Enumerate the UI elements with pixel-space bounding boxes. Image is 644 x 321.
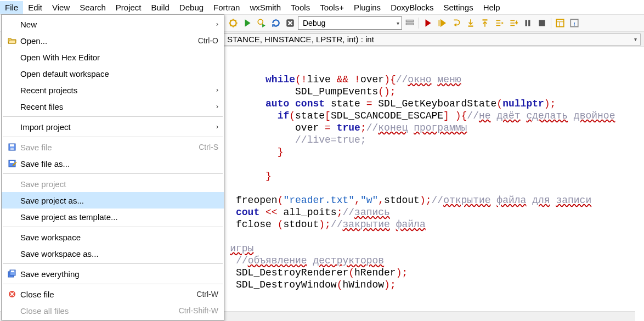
svg-rect-3 (406, 20, 414, 21)
menu-wxsmith[interactable]: wxSmith (245, 1, 286, 14)
stop-debug-icon[interactable] (535, 16, 549, 30)
menu-item-label: Close all files (20, 306, 173, 316)
menu-tools[interactable]: Tools (286, 1, 315, 14)
menu-item-label: Open With Hex Editor (20, 53, 218, 62)
code-line: cout << all_poits;//запись (206, 206, 644, 218)
svg-rect-10 (556, 19, 564, 27)
menubar: FileEditViewSearchProjectBuildDebugFortr… (0, 0, 644, 14)
submenu-arrow-icon: › (211, 123, 218, 131)
build-run-icon[interactable] (255, 16, 268, 30)
menu-item-accelerator: Ctrl-O (193, 36, 218, 45)
svg-point-1 (258, 19, 263, 24)
file-menu-close-all-files: Close all filesCtrl-Shift-W (2, 302, 224, 319)
step-into-instr-icon[interactable] (507, 16, 520, 30)
svg-rect-4 (406, 23, 414, 25)
menu-settings[interactable]: Settings (438, 1, 478, 14)
chevron-down-icon: ▾ (397, 20, 399, 26)
svg-rect-17 (10, 161, 14, 163)
svg-rect-5 (468, 26, 473, 27)
file-menu-open[interactable]: Open...Ctrl-O (2, 32, 224, 49)
menu-project[interactable]: Project (111, 1, 146, 14)
file-menu-save-project: Save project (2, 176, 224, 192)
code-line: SDL_DestroyWindow(hWindow); (206, 279, 644, 291)
info-icon[interactable]: i (568, 16, 581, 30)
menu-toolsplus[interactable]: Tools+ (315, 1, 349, 14)
code-line: нец игры (206, 243, 644, 255)
file-menu-recent-files[interactable]: Recent files› (2, 98, 224, 115)
svg-rect-15 (10, 148, 14, 150)
code-line: if(state[SDL_SCANCODE_ESCAPE] ){//не даё… (206, 110, 644, 122)
code-line: auto const state = SDL_GetKeyboardState(… (206, 98, 644, 110)
debug-windows-icon[interactable] (553, 16, 567, 30)
menu-item-label: Import project (20, 122, 211, 132)
menu-item-label: Open default workspace (20, 69, 218, 78)
menu-help[interactable]: Help (478, 1, 505, 14)
build-icon[interactable] (227, 16, 240, 30)
menu-plugins[interactable]: Plugins (349, 1, 386, 14)
close-icon (4, 290, 20, 299)
build-target-combo[interactable]: Debug ▾ (298, 16, 402, 30)
menu-build[interactable]: Build (146, 1, 174, 14)
code-line (206, 230, 644, 243)
break-icon[interactable] (521, 16, 534, 30)
file-menu-save-file: Save fileCtrl-S (2, 139, 224, 155)
file-menu-recent-projects[interactable]: Recent projects› (2, 82, 224, 98)
file-menu-save-project-as[interactable]: Save project as... (2, 192, 224, 209)
file-menu-save-project-as-template[interactable]: Save project as template... (2, 209, 224, 225)
menu-search[interactable]: Search (75, 1, 111, 14)
menu-debug[interactable]: Debug (174, 1, 208, 14)
file-menu-close-file[interactable]: Close fileCtrl-W (2, 286, 224, 302)
code-line: SDL_DestroyRenderer(hRender); (206, 267, 644, 279)
menu-item-label: Save workspace (20, 233, 218, 242)
file-menu-import-project[interactable]: Import project› (2, 119, 224, 135)
menu-file[interactable]: File (0, 1, 23, 14)
code-line (206, 182, 644, 194)
file-menu-save-file-as[interactable]: Save file as... (2, 155, 224, 172)
run-icon[interactable] (241, 16, 254, 30)
code-line: } (206, 146, 644, 158)
submenu-arrow-icon: › (211, 103, 218, 110)
debug-start-icon[interactable] (421, 16, 434, 30)
save-icon (4, 143, 20, 151)
menu-view[interactable]: View (47, 1, 75, 14)
code-line: SDL_PumpEvents(); (206, 86, 644, 98)
menu-fortran[interactable]: Fortran (208, 1, 245, 14)
submenu-arrow-icon: › (211, 86, 218, 94)
menu-separator (3, 263, 223, 264)
file-menu-save-workspace-as[interactable]: Save workspace as... (2, 245, 224, 262)
next-line-icon[interactable] (450, 16, 463, 30)
build-target-label: Debug (303, 19, 325, 27)
menu-item-label: Save project as... (20, 196, 218, 205)
file-menu-save-everything[interactable]: Save everything (2, 266, 224, 282)
abort-icon[interactable] (284, 16, 297, 30)
menu-doxyblocks[interactable]: DoxyBlocks (386, 1, 438, 14)
save-as-icon (4, 159, 20, 168)
menu-item-label: Save workspace as... (20, 249, 218, 258)
file-menu-save-workspace[interactable]: Save workspace (2, 229, 224, 245)
menu-item-accelerator: Ctrl-S (193, 143, 218, 151)
code-line: over = true;//конец программы (206, 122, 644, 134)
open-icon (4, 36, 20, 45)
menu-item-label: Save file as... (20, 159, 218, 168)
file-menu-open-default-workspace[interactable]: Open default workspace (2, 65, 224, 82)
menu-edit[interactable]: Edit (23, 1, 47, 14)
menu-item-label: Close file (20, 290, 191, 299)
rebuild-icon[interactable] (269, 16, 283, 30)
file-menu-new[interactable]: New› (2, 16, 224, 32)
step-out-icon[interactable] (478, 16, 492, 30)
chevron-down-icon: ▾ (634, 36, 637, 42)
run-to-cursor-icon[interactable] (436, 16, 449, 30)
menu-item-label: New (20, 20, 211, 29)
next-instr-icon[interactable] (493, 16, 506, 30)
svg-rect-20 (11, 271, 14, 272)
menu-separator (3, 116, 223, 117)
targets-icon[interactable] (403, 16, 416, 30)
menu-item-label: Recent projects (20, 86, 211, 95)
code-line: //live=true; (206, 134, 644, 146)
function-combo[interactable]: STANCE, HINSTANCE, LPSTR, int) : int ▾ (223, 33, 641, 46)
file-menu-dropdown: New›Open...Ctrl-OOpen With Hex EditorOpe… (1, 14, 224, 320)
file-menu-open-with-hex-editor[interactable]: Open With Hex Editor (2, 49, 224, 65)
step-into-icon[interactable] (464, 16, 477, 30)
save-all-icon (4, 269, 20, 278)
code-line: while(!live && !over){//окно меню (206, 74, 644, 86)
